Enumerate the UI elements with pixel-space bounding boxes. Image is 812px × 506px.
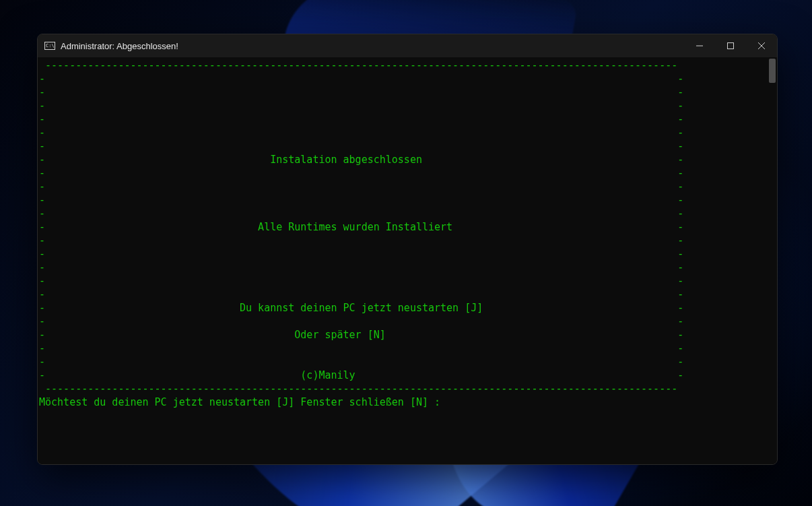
terminal-output[interactable]: ----------------------------------------…	[38, 57, 768, 464]
titlebar[interactable]: C:\ Administrator: Abgeschlossen!	[38, 34, 777, 57]
minimize-button[interactable]	[684, 34, 715, 57]
svg-rect-3	[728, 43, 734, 49]
window-title: Administrator: Abgeschlossen!	[61, 41, 178, 51]
terminal-window: C:\ Administrator: Abgeschlossen! ------…	[37, 34, 778, 465]
close-button[interactable]	[746, 34, 777, 57]
scrollbar-thumb[interactable]	[769, 59, 776, 83]
maximize-button[interactable]	[715, 34, 746, 57]
cmd-icon: C:\	[44, 40, 55, 51]
svg-text:C:\: C:\	[46, 43, 55, 49]
